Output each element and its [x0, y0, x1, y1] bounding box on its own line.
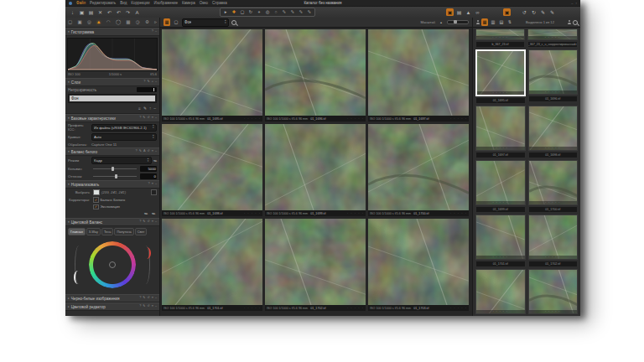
thumbnail-rating-dots[interactable]: · · · · · — [529, 90, 578, 94]
people-filter-icon[interactable] — [567, 20, 571, 24]
viewer-loupe-icon[interactable] — [231, 20, 236, 25]
thumbnail[interactable]: · · · · ·01_1695.tif — [475, 49, 526, 104]
viewer-cell[interactable]: ISO 100 1/1000 s f/5.6 96 mm01_1697.tif·… — [368, 29, 469, 122]
caption-rating-dots[interactable]: · · · · · — [244, 116, 261, 121]
redo-icon[interactable]: ↷ — [124, 8, 132, 16]
viewer-image[interactable] — [265, 29, 366, 116]
adjustments-brush-icon[interactable]: ✎ — [548, 8, 556, 16]
presets-icon[interactable]: ≡ — [152, 220, 153, 224]
kelvin-value[interactable]: 5000 — [140, 166, 157, 172]
tab-metadata-icon[interactable]: ◷ — [136, 20, 140, 25]
thumbnail-image[interactable]: · · · · · — [475, 215, 526, 260]
viewer-image[interactable] — [368, 29, 469, 116]
copy-adjustments-icon[interactable]: ▣ — [503, 8, 511, 16]
menu-item-7[interactable]: Окно — [200, 1, 208, 5]
presets-icon[interactable]: ≡ — [152, 183, 153, 186]
thumbnail-rating-dots[interactable]: · · · · · — [529, 256, 578, 259]
viewer-image[interactable] — [265, 219, 366, 305]
thumbnail[interactable]: · · · · ·01_1697.tif — [475, 106, 526, 158]
thumbnail-image[interactable]: · · · · · — [528, 160, 579, 205]
normalize-apply-dropper-icon[interactable]: ✎ — [150, 210, 156, 216]
collapse-icon[interactable]: – — [155, 116, 157, 120]
layer-up-icon[interactable]: ↑ — [149, 107, 151, 111]
thumbnail[interactable]: · · · · ·01_1701.tif — [475, 215, 526, 267]
brush-icon[interactable]: ✎ — [147, 80, 149, 84]
normalize-header[interactable]: ▾ Нормализовать ?≡– — [65, 180, 159, 189]
brush-icon[interactable]: ✎ — [143, 220, 145, 224]
stack-icon[interactable]: ▤ — [455, 8, 463, 16]
rotate-tool-icon[interactable]: ↻ — [247, 8, 254, 16]
exposure-checkbox[interactable]: ✓ — [93, 204, 99, 210]
brush-icon[interactable]: ✎ — [143, 305, 145, 308]
cb-tab-2[interactable]: 3-Way — [86, 228, 101, 235]
icc-profile-select[interactable]: Из файла (sRGB IEC61966-2.1) ▲▼ — [91, 124, 157, 132]
viewer-cell[interactable]: ISO 100 1/1000 s f/5.6 96 mm01_1696.tif·… — [265, 29, 366, 122]
add-layer-icon[interactable]: + — [152, 80, 153, 84]
sort-order-icon[interactable]: ⇅ — [506, 18, 513, 26]
menu-item-5[interactable]: Изображение — [154, 1, 178, 5]
help-icon[interactable]: ? — [152, 30, 153, 34]
presets-icon[interactable]: ≡ — [152, 305, 153, 308]
proof-view-icon[interactable]: ▣ — [446, 8, 454, 16]
thumbnail-rating-dots[interactable]: · · · · · — [477, 91, 524, 95]
caption-rating-dots[interactable]: · · · · · — [347, 306, 364, 310]
tab-output-icon[interactable]: ⚙ — [145, 20, 149, 25]
tint-slider[interactable] — [93, 176, 137, 177]
cb-tab-4[interactable]: Полутона — [114, 228, 133, 235]
thumbnail-image[interactable]: · · · · · — [475, 49, 526, 96]
tab-capture-icon[interactable]: ▣ — [77, 20, 81, 25]
normalize-swatch[interactable] — [93, 189, 100, 195]
menu-item-2[interactable]: Редактировать — [90, 1, 116, 5]
list-view-icon[interactable]: ▤ — [498, 18, 505, 26]
thumbnail-image[interactable]: · · · · · — [475, 269, 526, 314]
rotate-left-icon[interactable]: ↺ — [521, 8, 528, 16]
collapse-icon[interactable]: – — [155, 297, 157, 300]
caption-rating-dots[interactable]: · · · · · — [450, 306, 467, 310]
base-characteristics-header[interactable]: ▾ Базовые характеристики ?✎↺≡– — [65, 114, 159, 122]
straighten-tool-icon[interactable]: ⌖ — [256, 8, 262, 16]
viewer-cell[interactable]: ISO 100 1/1000 s f/5.6 96 mm01_1700.tif·… — [368, 124, 469, 216]
annotate-icon[interactable]: A — [133, 8, 141, 16]
tab-adjustments-icon[interactable]: ▦ — [126, 20, 130, 25]
arc-handle-white[interactable] — [74, 271, 82, 284]
thumbnail-image[interactable]: · · · · · — [528, 49, 579, 95]
thumbnail[interactable]: · · · · · — [475, 269, 526, 316]
thumbnail-rating-dots[interactable]: · · · · · — [476, 310, 525, 313]
thumbnail-image[interactable]: · · · · · — [527, 29, 578, 40]
viewer-image[interactable] — [162, 124, 262, 210]
grid-view-icon[interactable]: ▦ — [481, 18, 488, 26]
wb-mode-select[interactable]: Кадр ▲▼ — [91, 157, 152, 164]
thumbnail[interactable]: · · · · · — [528, 269, 579, 316]
color-balance-header[interactable]: ▾ Цветовой Баланс ?✎↺≡– — [65, 218, 159, 226]
collapse-icon[interactable]: – — [155, 305, 157, 308]
zoom-slider[interactable] — [447, 20, 469, 24]
import-icon[interactable]: ↓ — [69, 8, 76, 16]
auto-icon[interactable]: A — [143, 150, 146, 153]
zoom-knob[interactable] — [454, 20, 457, 23]
tab-exposure-icon[interactable]: ◠ — [106, 20, 111, 25]
thumbnail[interactable]: · · · · ·01_1702.tif — [528, 215, 579, 267]
wb-checkbox[interactable]: ✓ — [93, 197, 99, 203]
cb-tab-5[interactable]: Свет — [135, 228, 148, 235]
minimize-icon[interactable]: – — [571, 1, 573, 5]
primary-view-icon[interactable]: ▢ — [173, 18, 179, 26]
brush-icon[interactable]: ✎ — [143, 297, 145, 300]
sort-person-icon[interactable] — [475, 20, 480, 24]
brush-icon[interactable]: ✎ — [143, 116, 145, 120]
caption-rating-dots[interactable]: · · · · · — [347, 116, 364, 121]
reset-icon[interactable]: ↺ — [147, 150, 149, 153]
layer-list-icon[interactable]: ≡ — [138, 107, 141, 111]
layer-row-background[interactable]: Фон — [70, 96, 155, 101]
thumbnail[interactable]: · · · · ·b_367_23_c_u_скорректированный.… — [527, 29, 578, 48]
focus-loop-icon[interactable]: ∞ — [474, 8, 481, 16]
help-icon[interactable]: ? — [139, 297, 141, 300]
collapse-icon[interactable]: – — [155, 150, 157, 153]
menu-item-4[interactable]: Коррекции — [131, 1, 149, 5]
thumbnail[interactable]: · · · · ·01_1696.tif — [528, 49, 579, 104]
draw-mask-icon[interactable]: ✎ — [281, 8, 288, 16]
help-icon[interactable]: ? — [139, 116, 141, 120]
tab-color-icon[interactable]: ▲ — [96, 20, 101, 25]
cb-tab-1[interactable]: Главная — [68, 228, 86, 235]
presets-icon[interactable]: ≡ — [152, 297, 153, 300]
thumbnail-image[interactable]: · · · · · — [528, 269, 579, 314]
